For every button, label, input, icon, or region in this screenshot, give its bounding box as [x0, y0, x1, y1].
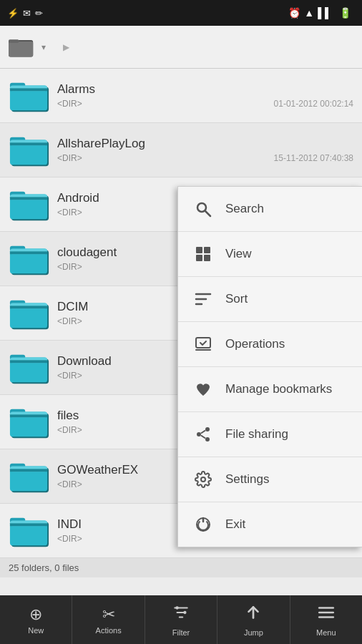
file-name: AllsharePlayLog — [57, 137, 353, 151]
file-type: <DIR> — [57, 534, 82, 544]
svg-rect-37 — [10, 414, 47, 417]
svg-line-71 — [201, 431, 205, 434]
alarm-icon: ⏰ — [288, 7, 300, 19]
heart-icon — [192, 379, 214, 400]
exit-icon — [192, 514, 214, 535]
menu-label-search: Search — [225, 202, 264, 216]
folder-icon — [9, 510, 50, 552]
svg-point-73 — [201, 477, 205, 482]
gmail-icon: ✉ — [23, 8, 31, 19]
file-info: AllsharePlayLog<DIR>15-11-2012 07:40:38 — [57, 137, 353, 163]
svg-rect-1 — [9, 41, 33, 57]
title-folder-icon — [9, 34, 34, 60]
toolbar-menu-button[interactable]: Menu — [290, 595, 362, 644]
file-type: <DIR> — [57, 262, 82, 272]
svg-point-69 — [197, 432, 201, 436]
menu-item-sort[interactable]: Sort — [178, 277, 362, 322]
menu-item-filesharing[interactable]: File sharing — [178, 412, 362, 457]
toolbar-actions-button[interactable]: ✂ Actions — [72, 595, 145, 644]
menu-label-filesharing: File sharing — [225, 427, 288, 441]
title-bar: ▾ ▶ — [0, 26, 362, 69]
svg-rect-17 — [10, 197, 47, 200]
file-name: Alarms — [57, 82, 353, 97]
folder-icon — [9, 347, 50, 389]
menu-item-search[interactable]: Search — [178, 187, 362, 232]
menu-item-bookmarks[interactable]: Manage bookmarks — [178, 367, 362, 412]
menu-icon — [317, 603, 336, 626]
status-left-icons: ⚡ ✉ ✏ — [7, 8, 43, 19]
svg-point-52 — [183, 610, 186, 613]
svg-line-72 — [201, 436, 205, 439]
filter-icon — [172, 603, 190, 626]
wrench-icon: ✂ — [102, 605, 115, 624]
menu-label-operations: Operations — [225, 337, 285, 351]
toolbar-filter-button[interactable]: Filter — [145, 595, 217, 644]
file-type: <DIR> — [57, 479, 82, 489]
toolbar-jump-label: Jump — [244, 628, 263, 637]
svg-line-58 — [205, 211, 210, 216]
list-item[interactable]: Alarms<DIR>01-01-2012 00:02:14 — [0, 69, 362, 123]
signal-icon: ▌▌ — [318, 7, 332, 19]
plus-icon: ⊕ — [29, 605, 42, 624]
file-type: <DIR> — [57, 316, 82, 326]
svg-rect-22 — [10, 251, 47, 254]
operations-icon — [192, 333, 214, 355]
edit-icon: ✏ — [35, 8, 43, 19]
svg-rect-59 — [196, 247, 202, 253]
view-icon — [192, 243, 214, 265]
folder-icon — [9, 184, 50, 225]
folder-icon — [9, 456, 50, 497]
menu-label-settings: Settings — [225, 472, 269, 487]
svg-rect-2 — [9, 39, 19, 43]
svg-rect-61 — [196, 255, 202, 261]
list-status: 25 folders, 0 files — [0, 558, 362, 577]
file-info: Alarms<DIR>01-01-2012 00:02:14 — [57, 82, 353, 109]
menu-label-bookmarks: Manage bookmarks — [225, 382, 332, 396]
menu-label-sort: Sort — [225, 292, 248, 306]
toolbar-menu-label: Menu — [316, 628, 336, 637]
sort-icon — [192, 288, 214, 310]
svg-rect-62 — [204, 255, 210, 261]
folder-icon — [9, 130, 50, 171]
usb-icon: ⚡ — [7, 8, 19, 19]
file-type: <DIR> — [57, 99, 82, 109]
list-item[interactable]: AllsharePlayLog<DIR>15-11-2012 07:40:38 — [0, 123, 362, 177]
svg-rect-66 — [196, 338, 210, 348]
svg-rect-60 — [204, 247, 210, 253]
file-meta-row: <DIR>15-11-2012 07:40:38 — [57, 153, 353, 163]
file-type: <DIR> — [57, 208, 82, 218]
svg-point-68 — [205, 427, 210, 431]
toolbar-actions-label: Actions — [96, 626, 122, 635]
toolbar-new-button[interactable]: ⊕ New — [0, 595, 72, 644]
menu-item-exit[interactable]: Exit — [178, 502, 362, 547]
bottom-toolbar: ⊕ New ✂ Actions Filter Jump Menu — [0, 595, 362, 644]
svg-rect-47 — [10, 523, 47, 526]
title-dropdown-arrow[interactable]: ▾ — [41, 42, 46, 52]
menu-label-exit: Exit — [225, 517, 245, 532]
toolbar-new-label: New — [28, 626, 44, 635]
svg-point-70 — [205, 437, 210, 441]
folder-icon — [9, 238, 50, 280]
file-date: 01-01-2012 00:02:14 — [274, 99, 353, 109]
svg-rect-42 — [10, 469, 47, 472]
context-menu: SearchViewSortOperationsManage bookmarks… — [177, 186, 362, 547]
toolbar-filter-label: Filter — [172, 628, 190, 637]
menu-item-settings[interactable]: Settings — [178, 457, 362, 502]
status-bar: ⚡ ✉ ✏ ⏰ ▲ ▌▌ 🔋 — [0, 0, 362, 26]
file-meta-row: <DIR>01-01-2012 00:02:14 — [57, 99, 353, 109]
search-icon — [192, 198, 214, 220]
svg-rect-32 — [10, 360, 47, 363]
toolbar-jump-button[interactable]: Jump — [217, 595, 290, 644]
battery-icon: 🔋 — [339, 7, 351, 19]
menu-item-view[interactable]: View — [178, 232, 362, 277]
folder-icon — [9, 401, 50, 443]
svg-rect-7 — [10, 88, 47, 91]
title-right-arrow: ▶ — [63, 42, 69, 52]
share-icon — [192, 424, 214, 445]
menu-item-operations[interactable]: Operations — [178, 322, 362, 367]
settings-icon — [192, 469, 214, 490]
file-type: <DIR> — [57, 425, 82, 435]
folder-icon — [9, 293, 50, 334]
file-type: <DIR> — [57, 371, 82, 381]
folder-icon — [9, 75, 50, 117]
